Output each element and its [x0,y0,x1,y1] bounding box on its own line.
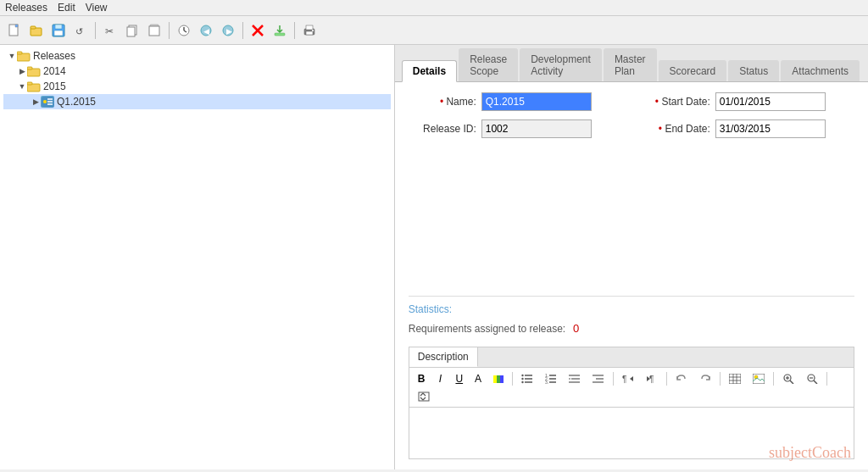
indent-button[interactable] [587,371,609,386]
tree-item-q1-2015[interactable]: ▶ Q1.2015 [3,94,391,109]
arrow-q1-2015[interactable]: ▶ [31,97,41,106]
desc-sep-4 [720,372,721,386]
desc-sep-6 [826,372,827,386]
tab-status[interactable]: Status [728,60,779,81]
req-stat-row: Requirements assigned to release: 0 [409,320,854,336]
tab-master-plan[interactable]: Master Plan [604,48,657,81]
tree-item-2014[interactable]: ▶ 2014 [3,64,391,79]
name-input[interactable] [481,92,592,111]
history-button[interactable] [175,21,193,40]
desc-toolbar: B I U A 1.2.3. [409,368,854,408]
req-stat-value: 0 [572,320,582,336]
tree-item-q1-2015-label: Q1.2015 [57,96,96,108]
name-row: Name: Start Date: [409,92,854,111]
release-id-row: Release ID: End Date: [409,119,854,138]
svg-rect-27 [17,52,22,54]
svg-point-42 [521,378,523,380]
bold-button[interactable]: B [413,370,431,387]
paste-button[interactable] [145,21,164,40]
tree-item-2015[interactable]: ▼ 2015 [3,79,391,94]
svg-line-70 [814,380,817,384]
maximize-button[interactable] [413,389,435,404]
image-button[interactable] [748,371,770,386]
tree-item-2014-label: 2014 [43,65,66,77]
menu-releases[interactable]: Releases [5,2,47,14]
outdent-button[interactable] [564,371,586,386]
svg-point-33 [43,100,47,103]
tab-attachments[interactable]: Attachments [781,60,860,81]
statistics-section: Statistics: Requirements assigned to rel… [409,296,854,336]
desc-sep-5 [773,372,774,386]
release-id-label: Release ID: [409,123,476,135]
zoom-in-button[interactable] [777,371,799,386]
desc-sep-2 [613,372,614,386]
export-button[interactable] [270,21,289,40]
tab-development-activity[interactable]: Development Activity [520,48,602,81]
svg-rect-24 [306,31,313,35]
svg-rect-9 [127,27,135,36]
svg-rect-31 [27,82,32,85]
open-button[interactable] [27,21,46,40]
cut-button[interactable]: ✂ [101,21,120,40]
svg-line-66 [790,380,793,384]
tab-details[interactable]: Details [402,60,457,82]
redo-edit-button[interactable] [694,371,716,386]
svg-rect-2 [31,26,36,29]
highlight-button[interactable] [488,373,509,386]
svg-rect-11 [149,26,159,36]
end-date-label: End Date: [643,123,710,135]
svg-rect-5 [54,31,63,36]
arrow-2014[interactable]: ▶ [17,67,27,75]
ol-button[interactable]: 1.2.3. [540,371,562,386]
italic-button[interactable]: I [431,370,448,387]
desc-sep-3 [666,372,667,386]
undo-edit-button[interactable] [670,371,693,386]
svg-point-41 [521,375,523,376]
tree-panel: ▼ Releases ▶ 2014 ▼ 2015 ▶ [0,45,395,469]
end-date-group: End Date: [643,119,826,138]
tree-item-2015-label: 2015 [43,81,66,92]
release-icon-q1 [41,96,54,108]
desc-tab-description[interactable]: Description [409,347,478,367]
ltr-button[interactable]: ¶ [617,371,639,386]
menu-bar: Releases Edit View [0,0,868,16]
desc-sep-1 [512,372,513,386]
menu-edit[interactable]: Edit [58,2,75,14]
zoom-out-button[interactable] [801,371,823,386]
tree-root[interactable]: ▼ Releases [3,48,391,64]
svg-text:✂: ✂ [105,25,114,37]
svg-rect-58 [729,374,741,384]
back-button[interactable]: ◀ [197,21,215,40]
svg-text:↺: ↺ [75,26,83,36]
font-color-button[interactable]: A [470,370,487,387]
undo-button[interactable]: ↺ [71,21,90,40]
tab-scorecard[interactable]: Scorecard [659,60,727,81]
svg-rect-29 [27,67,32,69]
name-label: Name: [409,96,476,108]
arrow-2015[interactable]: ▼ [17,82,27,91]
delete-button[interactable] [248,21,267,40]
svg-rect-4 [55,25,62,29]
root-folder-icon [17,51,31,61]
underline-button[interactable]: U [450,370,468,387]
table-button[interactable] [724,371,746,386]
ul-button[interactable] [516,371,538,386]
end-date-input[interactable] [715,119,826,138]
rtl-button[interactable]: ¶ [641,371,663,386]
release-id-input[interactable] [481,119,592,138]
menu-view[interactable]: View [86,2,108,14]
svg-text:▶: ▶ [226,27,232,36]
req-stat-label: Requirements assigned to release: [409,323,565,335]
svg-text:0: 0 [573,322,579,334]
print-button[interactable] [300,21,319,40]
save-button[interactable] [49,21,68,40]
root-arrow[interactable]: ▼ [7,52,17,60]
tabs-bar: Details Release Scope Development Activi… [395,45,868,82]
tab-release-scope[interactable]: Release Scope [459,48,518,81]
new-button[interactable] [5,21,24,40]
main-container: ▼ Releases ▶ 2014 ▼ 2015 ▶ [0,45,868,469]
start-date-input[interactable] [715,92,826,111]
forward-button[interactable]: ▶ [219,21,237,40]
svg-point-43 [521,381,523,383]
copy-button[interactable] [123,21,142,40]
